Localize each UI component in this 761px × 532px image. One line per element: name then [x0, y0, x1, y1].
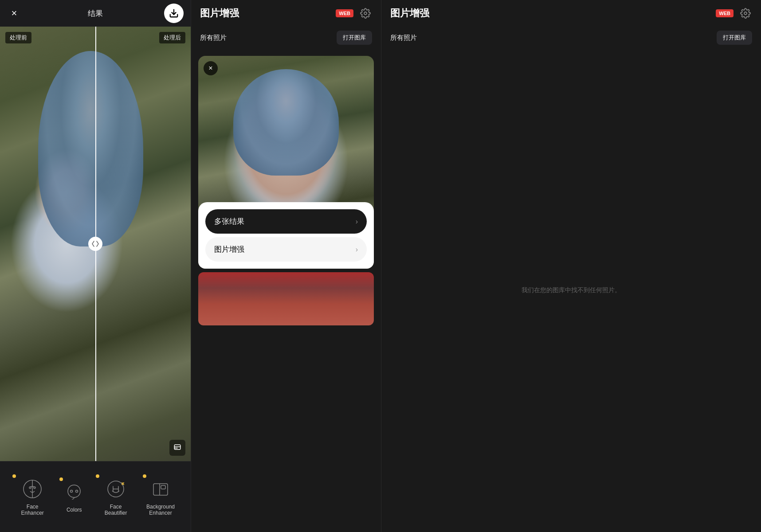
tool-dot-background-enhancer: [143, 474, 146, 478]
mid-open-gallery-button[interactable]: 打开图库: [337, 31, 372, 45]
mid-sub-title: 所有照片: [200, 34, 227, 42]
second-photo-thumbnail[interactable]: [198, 272, 374, 325]
empty-message: 我们在您的图库中找不到任何照片。: [522, 286, 621, 294]
right-sub-title: 所有照片: [390, 34, 417, 42]
tool-dot-colors: [59, 477, 63, 481]
right-open-gallery-button[interactable]: 打开图库: [717, 31, 752, 45]
image-enhance-label: 图片增强: [214, 244, 244, 254]
right-panel: 图片增强 WEB 所有照片 打开图库 我们在您的图库中找不到任何照片。: [381, 0, 761, 532]
image-enhance-button[interactable]: 图片增强 ›: [205, 237, 367, 262]
mid-header: 图片增强 WEB: [191, 0, 381, 27]
bottom-toolbar: Face Enhancer Colors: [0, 461, 191, 532]
svg-rect-11: [153, 484, 168, 495]
tool-dot-face-enhancer: [12, 474, 16, 478]
tool-dot-face-beautifier: [96, 474, 99, 478]
tool-colors[interactable]: Colors: [56, 477, 92, 516]
svg-point-9: [76, 490, 78, 492]
mid-app-title: 图片增强: [200, 7, 239, 20]
face-enhancer-icon: [21, 478, 43, 500]
colors-icon: [63, 481, 85, 503]
image-enhance-arrow: ›: [356, 246, 358, 254]
mid-web-badge: WEB: [336, 9, 353, 17]
svg-point-7: [34, 487, 35, 489]
right-header-controls: WEB: [716, 7, 752, 20]
photo-card: × 多张结果 › 图片增强 ›: [198, 56, 374, 269]
face-beautifier-icon: [105, 478, 127, 500]
face-beautifier-label: Face Beautifier: [99, 504, 132, 516]
multi-result-arrow: ›: [356, 218, 358, 226]
left-header: × 结果: [0, 0, 191, 27]
middle-panel: 图片增强 WEB 所有照片 打开图库 × 多张结果 ›: [191, 0, 381, 532]
background-enhancer-icon: [149, 478, 172, 500]
tool-face-enhancer[interactable]: Face Enhancer: [9, 474, 56, 520]
tool-background-enhancer[interactable]: BackgroundEnhancer: [139, 474, 182, 520]
card-popup: 多张结果 › 图片增强 ›: [198, 202, 374, 269]
mid-content: × 多张结果 › 图片增强 ›: [191, 49, 381, 532]
close-button[interactable]: ×: [7, 6, 21, 20]
mid-header-controls: WEB: [336, 7, 372, 20]
download-button[interactable]: [164, 4, 184, 23]
tool-face-beautifier[interactable]: Face Beautifier: [92, 474, 139, 520]
right-settings-icon[interactable]: [739, 7, 752, 20]
face-enhancer-label: Face Enhancer: [16, 504, 49, 516]
hair-overlay: [38, 51, 143, 246]
photo-card-hair-overlay: [233, 69, 339, 176]
multi-result-label: 多张结果: [214, 216, 244, 227]
svg-point-14: [364, 12, 367, 15]
multi-result-button[interactable]: 多张结果 ›: [205, 209, 367, 234]
right-sub-header: 所有照片 打开图库: [381, 27, 761, 49]
left-title: 结果: [88, 8, 103, 19]
svg-point-15: [744, 12, 747, 15]
right-web-badge: WEB: [716, 9, 734, 17]
svg-rect-13: [161, 485, 165, 489]
left-panel: × 结果 处理前 处理后: [0, 0, 191, 532]
right-app-title: 图片增强: [390, 7, 429, 20]
background-enhancer-label: BackgroundEnhancer: [146, 504, 175, 516]
mid-settings-icon[interactable]: [359, 7, 372, 20]
svg-point-6: [29, 487, 31, 489]
after-label: 处理后: [159, 32, 185, 43]
comment-button[interactable]: [169, 440, 185, 456]
right-empty-content: 我们在您的图库中找不到任何照片。: [381, 49, 761, 532]
image-compare-area: 处理前 处理后: [0, 27, 191, 461]
colors-label: Colors: [67, 507, 82, 513]
mid-sub-header: 所有照片 打开图库: [191, 27, 381, 49]
before-label: 处理前: [5, 32, 31, 43]
right-header: 图片增强 WEB: [381, 0, 761, 27]
card-close-button[interactable]: ×: [204, 61, 218, 75]
svg-point-8: [71, 490, 73, 492]
compare-handle[interactable]: [88, 237, 102, 251]
